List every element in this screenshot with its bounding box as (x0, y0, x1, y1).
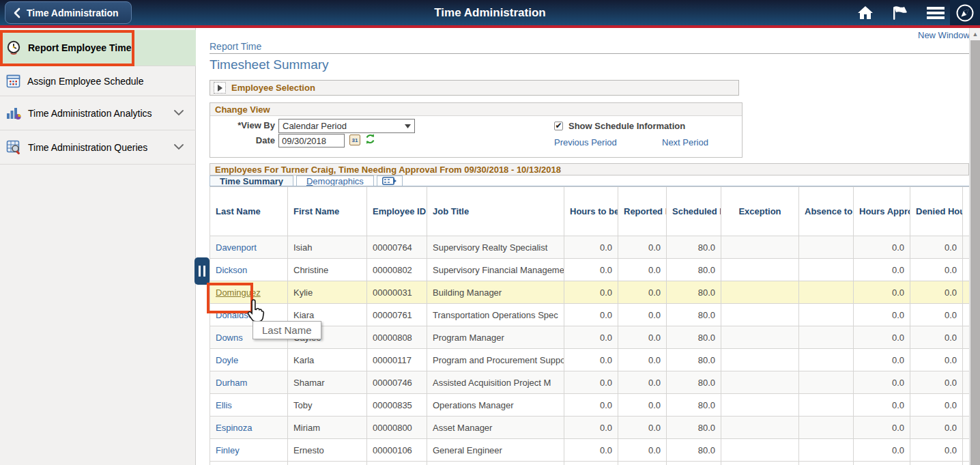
show-all-columns-icon[interactable] (377, 175, 403, 186)
top-header-bar: Time Administration Time Administration (0, 0, 980, 25)
column-header-denied_hours[interactable]: Denied Hours (910, 187, 963, 236)
cell-clipped (963, 349, 970, 371)
cell-last_name: Ellis (210, 394, 288, 417)
table-row-partial (210, 462, 970, 465)
cell-clipped (963, 394, 970, 417)
employee-last-name-link[interactable]: Finley (216, 445, 240, 455)
employee-selection-section: Employee Selection (210, 80, 739, 96)
cell-last_name: Doyle (210, 349, 288, 371)
bar-chart-icon (6, 107, 21, 120)
navbar-compass-icon[interactable] (950, 0, 980, 25)
cell-clipped (963, 439, 970, 462)
sidebar-item-time-administration-queries[interactable]: Time Administration Queries (0, 130, 196, 165)
cell-hours_to_be_approved: 0.0 (564, 371, 618, 394)
sidebar-item-report-employee-time[interactable]: Report Employee Time (0, 30, 196, 66)
cell-job_title: Supervisory Financial Manageme (427, 259, 564, 281)
column-header-first_name[interactable]: First Name (288, 187, 367, 236)
cell-absence_to_be_approved (799, 259, 854, 281)
employee-last-name-link[interactable]: Doyle (216, 355, 238, 365)
change-view-title: Change View (215, 104, 270, 115)
column-header-reported_hours[interactable]: Reported Hours (618, 187, 667, 236)
cell-denied_hours: 0.0 (910, 349, 963, 371)
sidebar-item-assign-employee-schedule[interactable]: Assign Employee Schedule (0, 66, 196, 96)
cell-first_name: Isiah (288, 236, 367, 259)
next-period-link[interactable]: Next Period (662, 137, 708, 147)
page-title: Timesheet Summary (210, 57, 329, 72)
cell-employee_id: 00000764 (367, 236, 427, 259)
cell-reported_hours: 0.0 (618, 304, 667, 326)
scrollbar-thumb[interactable] (970, 40, 980, 465)
cell-job_title: Building Manager (427, 281, 564, 304)
column-header-hours_approved_or_submitted[interactable]: Hours Approved or Submitted (854, 187, 910, 236)
scroll-up-arrow-icon[interactable]: ▲ (970, 29, 980, 40)
cell-absence_to_be_approved (799, 417, 854, 439)
cell-hours_approved_or_submitted: 0.0 (854, 281, 910, 304)
employee-last-name-link[interactable]: Davenport (216, 242, 257, 253)
breadcrumb-divider (210, 53, 969, 54)
menu-icon[interactable] (927, 6, 945, 20)
cell-hours_to_be_approved: 0.0 (564, 236, 618, 259)
cell-last_name: Davenport (210, 236, 288, 259)
employee-last-name-link[interactable]: Dickson (216, 265, 247, 275)
cell-employee_id: 00000031 (367, 281, 427, 304)
cell-clipped (963, 259, 970, 281)
tab-demographics[interactable]: Demographics (296, 175, 374, 186)
date-input[interactable] (278, 134, 345, 147)
flag-icon[interactable] (891, 5, 909, 20)
view-by-select[interactable]: Calendar Period (278, 119, 415, 133)
table-row: EspinozaMiriam00000800Asset Manager0.00.… (210, 417, 970, 439)
cell-employee_id: 00000117 (367, 349, 427, 371)
column-header-absence_to_be_approved[interactable]: Absence to be Approved (799, 187, 854, 236)
cell-job_title: General Engineer (427, 439, 564, 462)
cell-exception (721, 417, 799, 439)
table-row: DonaldsonKiara00000761Transportation Ope… (210, 304, 970, 326)
column-header-hours_to_be_approved[interactable]: Hours to be Approved (564, 187, 618, 236)
grid-tabs: Time Summary Demographics (210, 175, 403, 186)
choose-date-calendar-icon[interactable]: 31 (349, 135, 360, 145)
employee-last-name-link[interactable]: Ellis (216, 400, 232, 410)
show-schedule-checkbox[interactable]: ✔ (554, 122, 563, 130)
grid-title: Employees For Turner Craig, Time Needing… (215, 165, 561, 175)
cell-denied_hours: 0.0 (910, 417, 963, 439)
cell-first_name: Toby (288, 394, 367, 417)
employee-last-name-link[interactable]: Espinoza (216, 423, 252, 433)
cell-exception (721, 394, 799, 417)
sidebar-item-time-administration-analytics[interactable]: Time Administration Analytics (0, 96, 196, 130)
cell-reported_hours: 0.0 (618, 236, 667, 259)
sidebar-item-label: Assign Employee Schedule (27, 76, 143, 87)
cell-job_title: Operations Manager (427, 394, 564, 417)
column-header-last_name[interactable]: Last Name (210, 187, 288, 236)
employee-last-name-link[interactable]: Dominguez (216, 287, 261, 298)
home-icon[interactable] (857, 5, 874, 20)
refresh-icon[interactable] (364, 133, 376, 147)
new-window-link[interactable]: New Window (918, 30, 970, 40)
column-header-scheduled_hours[interactable]: Scheduled Hours (667, 187, 721, 236)
cell-absence_to_be_approved (799, 349, 854, 371)
sidebar-collapse-handle[interactable] (194, 257, 210, 285)
cell-exception (721, 259, 799, 281)
column-header-exception[interactable]: Exception (721, 187, 799, 236)
vertical-scrollbar[interactable]: ▲ (969, 28, 980, 465)
employee-last-name-link[interactable]: Downs (216, 333, 243, 343)
cell-denied_hours: 0.0 (910, 281, 963, 304)
cell-scheduled_hours: 80.0 (667, 371, 721, 394)
column-header-employee_id[interactable]: Employee ID (367, 187, 427, 236)
table-row: DominguezKylie00000031Building Manager0.… (210, 281, 970, 304)
cell-scheduled_hours: 80.0 (667, 417, 721, 439)
cell-first_name: Shamar (288, 371, 367, 394)
expand-section-button[interactable] (214, 82, 226, 94)
previous-period-link[interactable]: Previous Period (554, 137, 617, 147)
chevron-left-icon (14, 8, 20, 18)
column-header-job_title[interactable]: Job Title (427, 187, 564, 236)
cell-hours_to_be_approved: 0.0 (564, 417, 618, 439)
date-label: Date (256, 135, 275, 145)
employee-selection-label: Employee Selection (231, 83, 315, 93)
tab-time-summary[interactable]: Time Summary (210, 175, 293, 186)
cell-clipped (963, 326, 970, 349)
cell-hours_approved_or_submitted: 0.0 (854, 304, 910, 326)
employee-last-name-link[interactable]: Durham (216, 378, 247, 388)
view-by-value: Calendar Period (283, 121, 347, 131)
back-button[interactable]: Time Administration (5, 1, 132, 24)
cell-clipped (963, 281, 970, 304)
cell-absence_to_be_approved (799, 236, 854, 259)
